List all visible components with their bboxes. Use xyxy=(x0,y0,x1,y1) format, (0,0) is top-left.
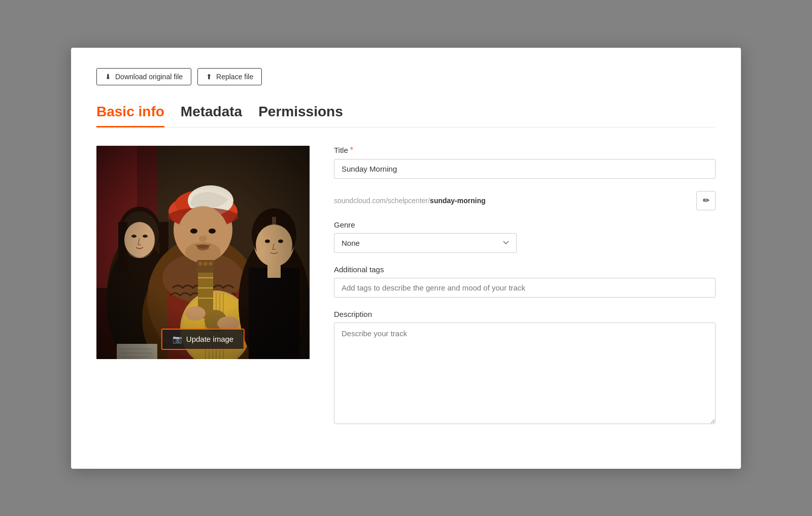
url-edit-button[interactable]: ✏ xyxy=(696,191,716,210)
form-section: Title * soundcloud.com/schelpcenter/sund… xyxy=(334,146,716,438)
url-text: soundcloud.com/schelpcenter/sunday-morni… xyxy=(334,197,692,205)
tab-permissions[interactable]: Permissions xyxy=(258,104,343,127)
genre-label: Genre xyxy=(334,220,716,229)
update-image-button[interactable]: 📷 Update image xyxy=(161,329,245,350)
pencil-icon: ✏ xyxy=(703,196,709,205)
description-textarea[interactable] xyxy=(334,322,716,424)
update-image-label: Update image xyxy=(186,335,233,343)
painting-svg xyxy=(96,146,310,359)
description-label: Description xyxy=(334,310,716,318)
top-bar: ⬇ Download original file ⬆ Replace file xyxy=(96,68,716,85)
download-icon: ⬇ xyxy=(105,73,111,81)
track-artwork xyxy=(96,146,310,359)
title-group: Title * xyxy=(334,146,716,179)
download-button-label: Download original file xyxy=(115,73,183,81)
replace-button-label: Replace file xyxy=(216,73,253,81)
tab-metadata[interactable]: Metadata xyxy=(181,104,242,127)
tags-input[interactable] xyxy=(334,278,716,298)
image-section: 📷 Update image xyxy=(96,146,310,359)
replace-file-button[interactable]: ⬆ Replace file xyxy=(197,68,262,85)
genre-select[interactable]: None Electronic Rock Pop Hip-hop Classic… xyxy=(334,233,517,253)
required-indicator: * xyxy=(350,146,353,155)
genre-group: Genre None Electronic Rock Pop Hip-hop C… xyxy=(334,220,716,253)
tags-group: Additional tags xyxy=(334,265,716,298)
tab-bar: Basic info Metadata Permissions xyxy=(96,104,716,127)
tags-label: Additional tags xyxy=(334,265,716,274)
title-input[interactable] xyxy=(334,159,716,179)
description-group: Description xyxy=(334,310,716,426)
download-original-button[interactable]: ⬇ Download original file xyxy=(96,68,191,85)
main-content: 📷 Update image Title * soundcloud.com/sc… xyxy=(96,146,716,438)
upload-icon: ⬆ xyxy=(206,73,212,81)
url-row: soundcloud.com/schelpcenter/sunday-morni… xyxy=(334,191,716,210)
modal-container: ⬇ Download original file ⬆ Replace file … xyxy=(71,48,741,469)
title-label: Title * xyxy=(334,146,716,155)
svg-rect-63 xyxy=(96,146,310,359)
camera-icon: 📷 xyxy=(173,335,182,344)
tab-basic-info[interactable]: Basic info xyxy=(96,104,164,127)
